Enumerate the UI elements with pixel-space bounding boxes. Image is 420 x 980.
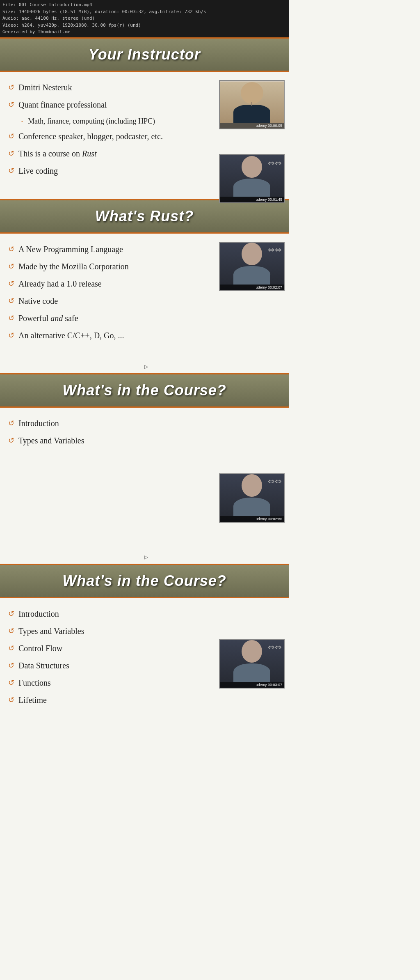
instructor-header: Your Instructor (0, 37, 289, 72)
whats-rust-section: ↺ A New Programming Language ↺ Made by t… (0, 234, 289, 373)
rust-bullet-5: ↺ (8, 313, 14, 324)
udemy-badge-4: udemy 00:02:86 (220, 516, 284, 522)
bullet-icon-5: ↺ (8, 166, 14, 176)
vp-head-3 (242, 243, 262, 265)
course1-header: What's in the Course? (0, 373, 289, 408)
rust-text-3: Already had a 1.0 release (18, 278, 102, 289)
course2-text-5: Functions (18, 677, 51, 689)
file-info-line3: Audio: aac, 44100 Hz, stereo (und) (2, 15, 286, 22)
bullet-icon-4: ↺ (8, 149, 14, 159)
video-person-5: ⇔⇔ (220, 640, 284, 682)
course2-bullet-3: ↺ (8, 643, 14, 654)
course2-text-2: Types and Variables (18, 625, 84, 637)
rust-text-2: Made by the Mozilla Corporation (18, 261, 129, 272)
instructor-speaker: Conference speaker, blogger, podcaster, … (18, 131, 163, 142)
udemy-badge-5: udemy 00:03:07 (220, 682, 284, 688)
rust-item-6: ↺ An alternative C/C++, D, Go, ... (8, 330, 281, 341)
thumbnail-instructor-2: ⇔⇔ udemy 00:01:45 (219, 154, 285, 203)
video-person-2: ⇔⇔ (220, 156, 284, 197)
rust-text-5: Powerful and safe (18, 312, 78, 324)
rust-item-4: ↺ Native code (8, 295, 281, 307)
whats-rust-header: What's Rust? (0, 199, 289, 234)
thumbnail-course1: ⇔⇔ udemy 00:02:86 (219, 473, 285, 523)
rust-text-4: Native code (18, 295, 58, 307)
rust-bullet-1: ↺ (8, 244, 14, 255)
vp-body-3 (233, 266, 270, 285)
instructor-live: Live coding (18, 165, 58, 177)
course2-text-6: Lifetime (18, 694, 47, 706)
file-info-line5: Generated by Thumbnail.me (2, 29, 286, 36)
rust-bullet-4: ↺ (8, 296, 14, 306)
instructor-course-text: This is a course on Rust (18, 148, 97, 159)
udemy-badge-3: udemy 00:02:07 (220, 285, 284, 290)
vp-body-4 (233, 498, 270, 516)
vp-head-4 (242, 474, 262, 497)
thumbnail-rust: ⇔⇔ udemy 00:02:07 (219, 242, 285, 291)
rust-bullet-3: ↺ (8, 279, 14, 289)
bullet-icon-2: ↺ (8, 100, 14, 110)
cursor-2: ▷ (144, 364, 148, 370)
instructor-role: Quant finance professional (18, 99, 107, 110)
file-info-line1: File: 001 Course Introduction.mp4 (2, 2, 286, 9)
course2-item-2: ↺ Types and Variables (8, 625, 281, 637)
instructor-title: Your Instructor (4, 46, 285, 63)
video-person-4: ⇔⇔ (220, 474, 284, 516)
file-info-line2: Size: 19404026 bytes (18.51 MiB), durati… (2, 9, 286, 16)
cursor-3: ▷ (144, 554, 148, 560)
course2-bullet-2: ↺ (8, 626, 14, 636)
vp-body-5 (233, 663, 270, 682)
udemy-badge-1: udemy 00:00:05 (220, 123, 284, 129)
course2-text-1: Introduction (18, 608, 59, 620)
thumbnail-course2: ⇔⇔ udemy 00:03:07 (219, 639, 285, 689)
course2-title: What's in the Course? (4, 572, 285, 590)
instructor-sub-text: Math, finance, computing (including HPC) (28, 116, 155, 126)
course1-text-2: Types and Variables (18, 435, 84, 446)
sub-bullet-icon: ⚬ (21, 119, 24, 124)
instructor-item-3: ↺ Conference speaker, blogger, podcaster… (8, 131, 281, 142)
rust-item-5: ↺ Powerful and safe (8, 312, 281, 324)
video-person-3: ⇔⇔ (220, 243, 284, 285)
course1-title: What's in the Course? (4, 382, 285, 399)
person-2: ⇔⇔ (220, 156, 284, 197)
course1-item-1: ↺ Introduction (8, 418, 281, 429)
course2-bullet-1: ↺ (8, 609, 14, 619)
course2-item-1: ↺ Introduction (8, 608, 281, 620)
instructor-name: Dmitri Nesteruk (18, 82, 72, 93)
file-info-bar: File: 001 Course Introduction.mp4 Size: … (0, 0, 289, 37)
course1-bullet-1: ↺ (8, 418, 14, 429)
vp-head-5 (242, 640, 262, 663)
vp-body-2 (233, 179, 270, 196)
udemy-badge-2: udemy 00:01:45 (220, 197, 284, 202)
course2-text-3: Control Flow (18, 643, 62, 654)
course1-bullet-2: ↺ (8, 436, 14, 446)
whats-rust-title: What's Rust? (4, 208, 285, 225)
course2-section: ↺ Introduction ↺ Types and Variables ↺ C… (0, 598, 289, 738)
course2-bullet-6: ↺ (8, 695, 14, 705)
file-info-line4: Video: h264, yuv420p, 1920x1080, 30.00 f… (2, 22, 286, 29)
rust-bullet-6: ↺ (8, 330, 14, 341)
rust-text-6: An alternative C/C++, D, Go, ... (18, 330, 124, 341)
course1-section: ↺ Introduction ↺ Types and Variables ⇔⇔ … (0, 408, 289, 564)
bullet-icon-3: ↺ (8, 131, 14, 142)
bullet-icon-1: ↺ (8, 83, 14, 93)
course1-list: ↺ Introduction ↺ Types and Variables (8, 418, 281, 446)
course2-bullet-5: ↺ (8, 678, 14, 688)
course1-text-1: Introduction (18, 418, 59, 429)
course1-item-2: ↺ Types and Variables (8, 435, 281, 446)
course2-header: What's in the Course? (0, 564, 289, 598)
course2-text-4: Data Structures (18, 660, 69, 671)
rust-bullet-2: ↺ (8, 262, 14, 272)
course2-bullet-4: ↺ (8, 661, 14, 671)
thumbnail-instructor: udemy 00:00:05 (219, 80, 285, 129)
instructor-section: udemy 00:00:05 ↺ Dmitri Nesteruk ↺ Quant… (0, 72, 289, 199)
instructor-photo (220, 82, 284, 123)
rust-text-1: A New Programming Language (18, 243, 123, 255)
vp-head-2 (242, 156, 262, 178)
course2-item-6: ↺ Lifetime (8, 694, 281, 706)
